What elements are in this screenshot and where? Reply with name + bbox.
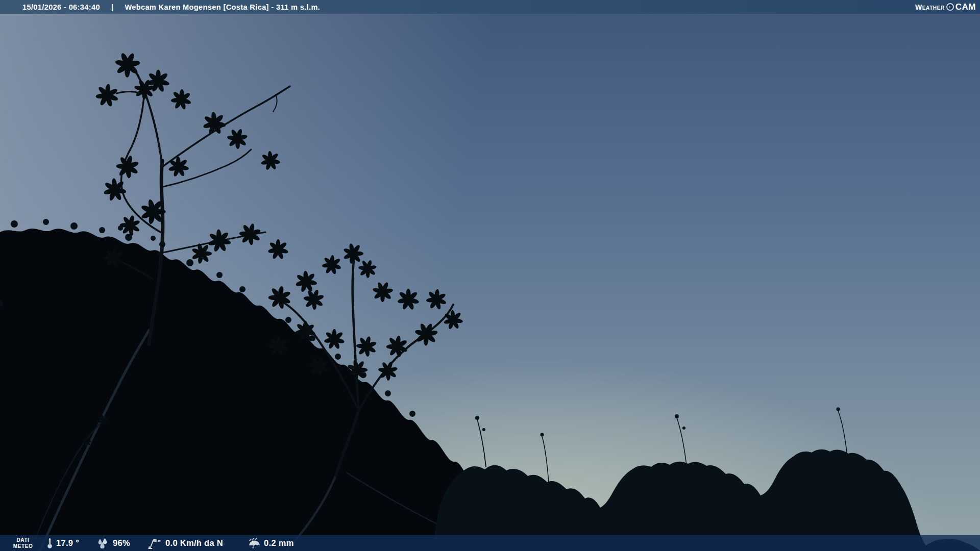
- right-treeline-silhouette: [431, 408, 980, 551]
- thermometer-icon: [47, 537, 53, 549]
- webcam-frame: 15/01/2026 - 06:34:40 | Webcam Karen Mog…: [0, 0, 980, 551]
- webcam-title: Webcam Karen Mogensen [Costa Rica] - 311…: [125, 3, 320, 11]
- logo-cam-text: Cam: [955, 2, 976, 12]
- meteo-label-line2: METEO: [13, 543, 33, 549]
- webcam-photo: [0, 14, 980, 551]
- meteo-data-label: DATI METEO: [7, 537, 39, 549]
- rain-reading: 0.2 mm: [248, 538, 294, 549]
- separator: |: [111, 3, 113, 11]
- wind-value: 0.0 Km/h da N: [165, 538, 223, 548]
- umbrella-rain-icon: [248, 538, 260, 549]
- weathercam-logo[interactable]: Weather Cam: [915, 2, 976, 12]
- timestamp: 15/01/2026 - 06:34:40: [22, 3, 100, 11]
- temperature-value: 17.9 °: [56, 538, 79, 548]
- windsock-icon: [146, 538, 162, 549]
- wind-reading: 0.0 Km/h da N: [146, 538, 223, 549]
- meteo-label-line1: DATI: [17, 537, 30, 543]
- rain-value: 0.2 mm: [264, 538, 294, 548]
- left-forest-silhouette: [0, 219, 503, 551]
- temperature-reading: 17.9 °: [47, 537, 79, 549]
- top-info-bar: 15/01/2026 - 06:34:40 | Webcam Karen Mog…: [0, 0, 980, 14]
- humidity-value: 96%: [113, 538, 130, 548]
- humidity-reading: 96%: [96, 538, 130, 548]
- lens-icon: [946, 3, 954, 11]
- tree-silhouettes: [0, 14, 980, 551]
- logo-weather-text: Weather: [915, 3, 945, 11]
- drops-icon: [96, 538, 109, 548]
- weather-data-bar: DATI METEO 17.9 ° 96%: [0, 535, 980, 551]
